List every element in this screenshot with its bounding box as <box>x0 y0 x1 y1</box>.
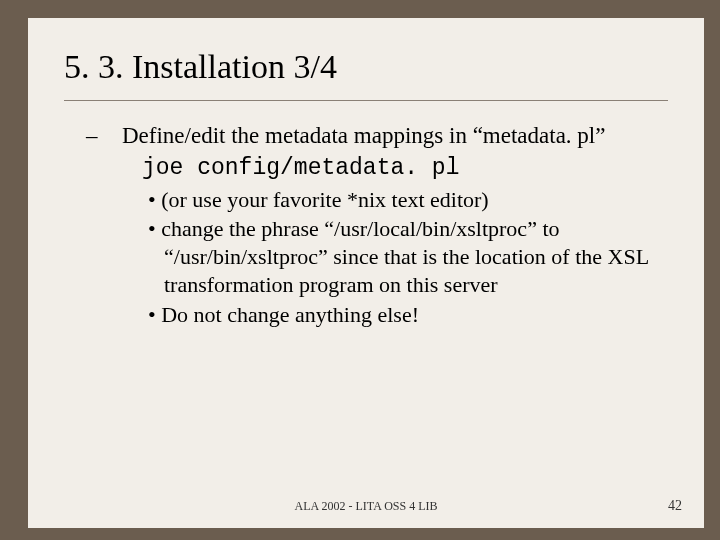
code-line: joe config/metadata. pl <box>104 154 668 183</box>
bullet-item: change the phrase “/usr/local/bin/xsltpr… <box>148 215 668 299</box>
slide-body: –Define/edit the metadata mappings in “m… <box>64 121 668 329</box>
slide-title: 5. 3. Installation 3/4 <box>64 48 668 86</box>
bullet-item: (or use your favorite *nix text editor) <box>148 186 668 214</box>
footer-text: ALA 2002 - LITA OSS 4 LIB <box>28 499 704 514</box>
bullet-item: Do not change anything else! <box>148 301 668 329</box>
slide: 5. 3. Installation 3/4 –Define/edit the … <box>28 18 704 528</box>
dash-item-text: Define/edit the metadata mappings in “me… <box>122 123 605 148</box>
dash-list-item: –Define/edit the metadata mappings in “m… <box>104 121 668 150</box>
bullet-list: (or use your favorite *nix text editor) … <box>104 186 668 329</box>
page-number: 42 <box>668 498 682 514</box>
title-divider <box>64 100 668 101</box>
dash-bullet: – <box>104 121 122 150</box>
